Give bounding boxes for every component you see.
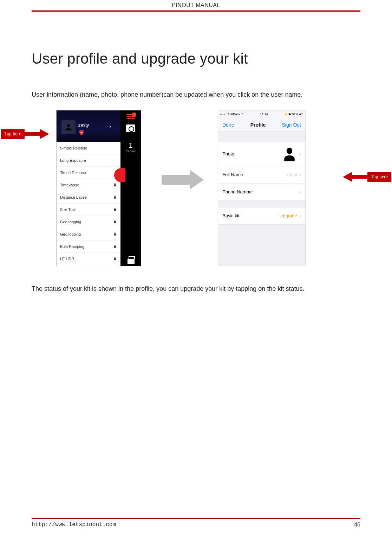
- menu-badge: 1: [132, 113, 136, 117]
- lock-icon: [113, 232, 117, 236]
- doc-header-title: PINOUT MANUAL: [32, 0, 360, 8]
- status-time: 11:14: [260, 113, 268, 116]
- mode-label: Simple Release: [60, 146, 87, 150]
- page-number: 46: [354, 522, 360, 528]
- row-photo-label: Photo: [222, 151, 234, 156]
- done-button[interactable]: Done: [222, 122, 234, 128]
- lock-icon: [113, 219, 117, 224]
- arrow-left-icon: [343, 172, 352, 182]
- mode-label: Time-lapse: [60, 183, 79, 187]
- mode-row[interactable]: Distance Lapse: [57, 191, 120, 204]
- footer-rule: [32, 518, 360, 519]
- footer-rule-thin: [32, 517, 360, 517]
- flow-arrow-icon: [162, 170, 204, 190]
- profile-silhouette-icon: [282, 146, 297, 162]
- mode-label: LE HDR: [60, 257, 74, 261]
- callout-left: Tap here: [1, 129, 49, 139]
- mode-label: Bulb Ramping: [60, 244, 84, 249]
- mode-row[interactable]: Simple Release: [57, 142, 120, 154]
- mode-row[interactable]: Geo logging: [57, 228, 120, 241]
- row-fullname-value: zesty: [286, 172, 297, 177]
- status-battery: ⚡ ✱ 51% ■□: [284, 113, 303, 116]
- shield-badge-icon: [78, 129, 85, 136]
- lock-icon: [113, 195, 117, 199]
- screenshot-app-main: zesty › 1 1 frames Simple ReleaseLong Ex…: [56, 110, 141, 266]
- row-kit[interactable]: Basic kit Upgrade ›: [218, 207, 305, 224]
- mode-label: Long Exposure: [60, 158, 86, 162]
- callout-right-label: Tap here: [367, 172, 391, 182]
- camera-icon[interactable]: [126, 124, 135, 132]
- profile-section-2: Basic kit Upgrade ›: [218, 207, 305, 225]
- mode-label: Distance Lapse: [60, 195, 87, 199]
- lock-icon: [113, 256, 117, 261]
- mode-row[interactable]: Geo tagging: [57, 216, 120, 228]
- chevron-right-icon: ›: [299, 172, 301, 178]
- row-photo[interactable]: Photo ›: [218, 142, 305, 166]
- mode-label: Geo logging: [60, 232, 81, 236]
- chevron-right-icon: ›: [299, 189, 301, 195]
- mode-label: Geo tagging: [60, 220, 81, 224]
- callout-left-label: Tap here: [1, 129, 25, 139]
- chevron-right-icon[interactable]: ›: [109, 123, 111, 129]
- row-fullname-label: Full Name: [222, 172, 243, 177]
- mode-row[interactable]: Star Trail: [57, 204, 120, 216]
- screenshot-profile: ••••○ SoftBank ᯤ 11:14 ⚡ ✱ 51% ■□ Done P…: [218, 110, 306, 266]
- arrow-right-icon: [40, 129, 49, 139]
- mode-row[interactable]: LE HDR: [57, 253, 120, 265]
- mode-row[interactable]: Time-lapse: [57, 179, 120, 191]
- profile-section-1: Photo › Full Name zesty ›: [218, 142, 305, 201]
- mode-label: Star Trail: [60, 207, 76, 212]
- frames-label: frames: [120, 149, 141, 153]
- chevron-right-icon: ›: [299, 151, 301, 157]
- signout-button[interactable]: Sign Out: [282, 122, 301, 128]
- clipboard-icon[interactable]: [128, 256, 135, 264]
- mode-label: Timed Release: [60, 171, 86, 175]
- upgrade-link[interactable]: Upgrade: [280, 213, 297, 218]
- row-kit-label: Basic kit: [222, 213, 239, 218]
- mode-row[interactable]: Long Exposure: [57, 154, 120, 167]
- lock-icon: [113, 207, 117, 212]
- page-footer: http://www.letspinout.com 46: [32, 517, 360, 528]
- mode-row[interactable]: Bulb Ramping: [57, 241, 120, 253]
- app-sidebar: 1 1 frames: [120, 110, 141, 266]
- lock-icon: [113, 183, 117, 187]
- status-bar: ••••○ SoftBank ᯤ 11:14 ⚡ ✱ 51% ■□: [218, 110, 305, 118]
- lock-icon: [113, 244, 117, 249]
- username-label[interactable]: zesty: [78, 122, 89, 128]
- mode-row[interactable]: Timed Release: [57, 167, 120, 179]
- row-phone[interactable]: Phone Number ›: [218, 184, 305, 200]
- header-rule-thin: [32, 11, 360, 12]
- paragraph-1: User information (name, photo, phone num…: [32, 88, 360, 102]
- nav-bar: Done Profile Sign Out: [218, 118, 305, 132]
- chevron-right-icon: ›: [299, 213, 301, 219]
- row-phone-label: Phone Number: [222, 189, 253, 194]
- status-carrier: ••••○ SoftBank ᯤ: [220, 113, 244, 116]
- frames-count: 1: [120, 141, 141, 149]
- mode-list: Simple ReleaseLong ExposureTimed Release…: [57, 142, 120, 266]
- page-heading: User profile and upgrade your kit: [32, 50, 360, 67]
- paragraph-2: The status of your kit is shown in the p…: [32, 282, 360, 296]
- avatar-icon[interactable]: [61, 120, 76, 134]
- row-fullname[interactable]: Full Name zesty ›: [218, 166, 305, 184]
- menu-icon[interactable]: 1: [126, 114, 135, 121]
- footer-url: http://www.letspinout.com: [32, 522, 116, 528]
- nav-title: Profile: [250, 122, 266, 128]
- figure-row: Tap here zesty › 1: [32, 110, 360, 272]
- header-rule: [32, 10, 360, 11]
- callout-right: Tap here: [343, 172, 391, 182]
